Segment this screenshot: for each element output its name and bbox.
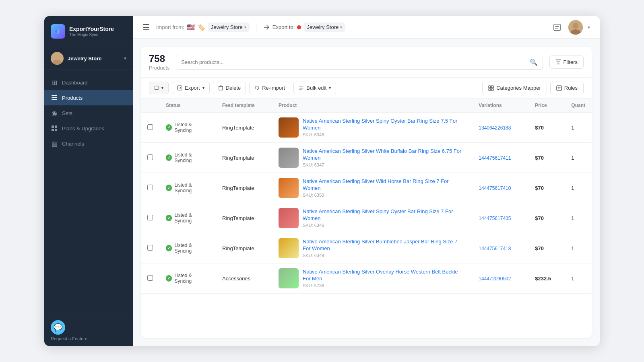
filter-icon xyxy=(555,59,561,65)
chat-button[interactable]: 💬 xyxy=(51,320,65,335)
feed-template-value: RingTemplate xyxy=(222,185,254,191)
categories-icon xyxy=(488,85,494,91)
variation-link[interactable]: 134064226188 xyxy=(479,125,511,131)
sidebar-item-channels[interactable]: ▦ Channels xyxy=(44,136,133,151)
status-text: Listed & Syncing xyxy=(174,152,209,163)
store-selector[interactable]: Jewelry Store ▾ xyxy=(44,47,133,70)
price-value: $232.5 xyxy=(535,276,551,282)
categories-mapper-button[interactable]: Categories Mapper xyxy=(482,82,547,94)
logo-icon xyxy=(51,24,65,39)
row-quantity-cell: 1 xyxy=(565,233,592,263)
product-sku: SKU: 6350 xyxy=(303,193,466,197)
products-card: 758 Products 🔍 Filters ☐ xyxy=(141,47,592,338)
svg-rect-8 xyxy=(55,129,57,131)
row-checkbox[interactable] xyxy=(147,154,153,160)
row-checkbox-cell xyxy=(141,203,159,233)
sidebar: ExportYourStore The Magic Sync Jewelry S… xyxy=(44,16,133,346)
variation-link[interactable]: 144475617411 xyxy=(479,155,511,161)
sidebar-item-products[interactable]: Products xyxy=(44,90,133,105)
product-title[interactable]: Native American Sterling Silver Spiny Oy… xyxy=(303,208,466,222)
row-feed-cell: RingTemplate xyxy=(216,233,272,263)
status-text: Listed & Syncing xyxy=(174,273,209,284)
sidebar-label-plans: Plans & Upgrades xyxy=(62,125,104,132)
variation-link[interactable]: 144475617418 xyxy=(479,246,511,251)
price-value: $70 xyxy=(535,155,544,161)
th-feed-template: Feed template xyxy=(216,99,272,113)
select-button[interactable]: ☐ ▾ xyxy=(149,82,169,94)
row-checkbox[interactable] xyxy=(147,215,153,220)
sets-icon: ◉ xyxy=(51,109,58,117)
svg-rect-3 xyxy=(52,97,57,98)
search-icon: 🔍 xyxy=(530,58,538,66)
rules-label: Rules xyxy=(564,85,578,91)
row-product-cell: Native American Sterling Silver Spiny Oy… xyxy=(272,113,472,143)
export-store-chevron: ▾ xyxy=(340,25,342,29)
reimport-button[interactable]: Re-import xyxy=(249,82,290,94)
export-button[interactable]: Export ▾ xyxy=(172,82,210,94)
user-avatar[interactable] xyxy=(568,20,583,35)
row-checkbox[interactable] xyxy=(147,124,153,130)
product-title[interactable]: Native American Sterling Silver Bumblebe… xyxy=(303,239,466,252)
export-store-badge[interactable]: Jewelry Store ▾ xyxy=(303,23,345,32)
search-input[interactable] xyxy=(181,59,526,65)
product-info: Native American Sterling Silver Spiny Oy… xyxy=(303,208,466,228)
delete-button[interactable]: Delete xyxy=(213,82,246,94)
sidebar-item-dashboard[interactable]: ⊞ Dashboard xyxy=(44,75,133,90)
import-label: Import from: xyxy=(156,24,184,30)
rules-button[interactable]: Rules xyxy=(550,82,584,94)
sidebar-store-name: Jewelry Store xyxy=(68,56,120,62)
status-badge: Listed & Syncing xyxy=(166,273,209,284)
feed-template-value: RingTemplate xyxy=(222,155,254,161)
product-title[interactable]: Native American Sterling Silver White Bu… xyxy=(303,148,466,162)
feed-template-value: RingTemplate xyxy=(222,245,254,251)
hamburger-menu-button[interactable]: ☰ xyxy=(142,23,150,32)
product-info: Native American Sterling Silver Overlay … xyxy=(303,269,466,288)
import-store-badge[interactable]: Jewelry Store ▾ xyxy=(208,23,250,32)
row-checkbox[interactable] xyxy=(147,185,153,190)
products-icon xyxy=(51,94,58,101)
products-table: Status Feed template Product Variations … xyxy=(141,99,592,294)
sidebar-item-sets[interactable]: ◉ Sets xyxy=(44,105,133,121)
status-dot xyxy=(166,275,172,282)
status-text: Listed & Syncing xyxy=(174,212,209,224)
product-title[interactable]: Native American Sterling Silver Overlay … xyxy=(303,269,466,282)
row-feed-cell: Accessories xyxy=(216,263,272,294)
product-info: Native American Sterling Silver Spiny Oy… xyxy=(303,118,466,138)
sidebar-store-avatar xyxy=(51,52,64,65)
product-info: Native American Sterling Silver Wild Hor… xyxy=(303,178,466,198)
export-dot-indicator xyxy=(297,25,301,29)
price-value: $70 xyxy=(535,125,544,131)
svg-rect-16 xyxy=(491,86,493,88)
notifications-button[interactable] xyxy=(551,21,564,34)
import-flag-etsy: 🏷️ xyxy=(197,23,205,31)
row-checkbox[interactable] xyxy=(147,275,153,281)
product-thumbnail xyxy=(279,208,299,228)
product-title[interactable]: Native American Sterling Silver Wild Hor… xyxy=(303,178,466,192)
variation-link[interactable]: 144475617410 xyxy=(479,185,511,191)
sidebar-item-plans[interactable]: Plans & Upgrades xyxy=(44,121,133,136)
status-text: Listed & Syncing xyxy=(174,243,209,254)
product-thumbnail xyxy=(279,148,299,168)
th-product: Product xyxy=(272,99,472,113)
product-cell: Native American Sterling Silver Spiny Oy… xyxy=(279,208,466,228)
bulk-edit-button[interactable]: Bulk edit ▾ xyxy=(293,82,336,94)
row-checkbox[interactable] xyxy=(147,245,153,251)
product-sku: SKU: 6349 xyxy=(303,253,466,258)
feed-template-value: Accessories xyxy=(222,276,250,282)
dashboard-icon: ⊞ xyxy=(51,79,58,86)
svg-rect-18 xyxy=(491,88,493,90)
filters-button[interactable]: Filters xyxy=(549,56,584,69)
bulk-edit-btn-label: Bulk edit xyxy=(306,85,326,91)
variation-link[interactable]: 144475617405 xyxy=(479,216,511,221)
user-menu-chevron[interactable]: ▾ xyxy=(588,25,590,30)
row-status-cell: Listed & Syncing xyxy=(159,143,216,173)
status-badge: Listed & Syncing xyxy=(166,182,209,193)
svg-point-0 xyxy=(54,54,60,60)
table-row: Listed & Syncing RingTemplate Native Ame… xyxy=(141,203,592,233)
variation-link[interactable]: 144472090502 xyxy=(479,276,511,282)
app-window: ExportYourStore The Magic Sync Jewelry S… xyxy=(44,16,600,346)
select-icon: ☐ xyxy=(154,85,159,91)
status-dot xyxy=(166,215,172,221)
sidebar-store-chevron: ▾ xyxy=(124,56,126,61)
product-title[interactable]: Native American Sterling Silver Spiny Oy… xyxy=(303,118,466,132)
